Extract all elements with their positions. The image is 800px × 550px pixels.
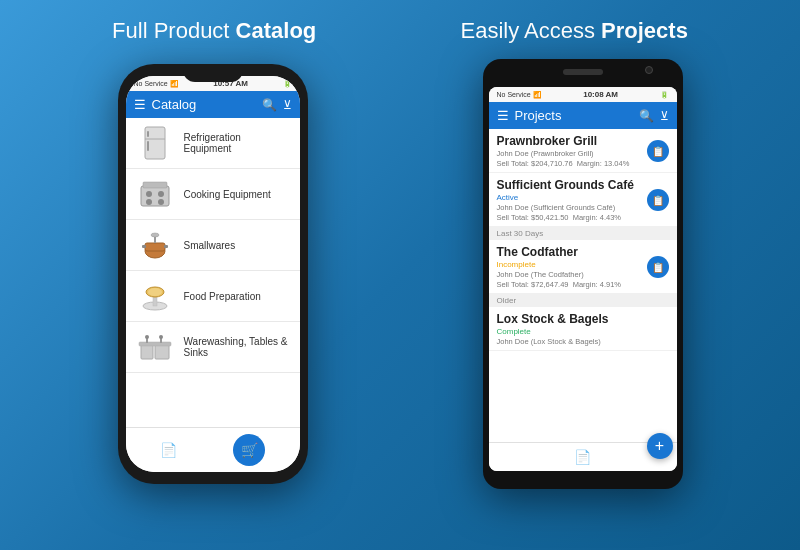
project-item-prawnbroker[interactable]: Prawnbroker Grill John Doe (Prawnbroker … xyxy=(489,129,677,173)
smallwares-label: Smallwares xyxy=(184,240,236,251)
prawnbroker-financials: Sell Total: $204,710.76 Margin: 13.04% xyxy=(497,159,643,168)
iphone-bottom-nav: 📄 🛒 xyxy=(126,427,300,472)
lox-person: John Doe (Lox Stock & Bagels) xyxy=(497,337,669,346)
header-row: Full Product Catalog Easily Access Proje… xyxy=(0,0,800,54)
svg-point-5 xyxy=(146,191,152,197)
android-camera xyxy=(645,66,653,74)
android-status-bar: No Service 📶 10:08 AM 🔋 xyxy=(489,87,677,102)
warewashing-image xyxy=(136,328,174,366)
fridge-icon xyxy=(137,125,173,161)
menu-icon[interactable]: ☰ xyxy=(134,97,146,112)
prawnbroker-person: John Doe (Prawnbroker Grill) xyxy=(497,149,643,158)
codfather-person: John Doe (The Codfather) xyxy=(497,270,643,279)
cooking-label: Cooking Equipment xyxy=(184,189,271,200)
lox-status: Complete xyxy=(497,327,669,336)
svg-point-19 xyxy=(148,288,162,296)
catalog-item-smallwares[interactable]: Smallwares xyxy=(126,220,300,271)
android-speaker xyxy=(563,69,603,75)
right-title: Easily Access Projects xyxy=(460,18,687,44)
signal-area: No Service 📶 xyxy=(134,80,179,88)
android-doc-icon[interactable]: 📄 xyxy=(574,449,591,465)
projects-title: Projects xyxy=(515,108,633,123)
stove-icon xyxy=(137,176,173,212)
android-device: No Service 📶 10:08 AM 🔋 ☰ Projects 🔍 ⊻ xyxy=(483,59,683,489)
codfather-status: Incomplete xyxy=(497,260,643,269)
svg-point-8 xyxy=(158,199,164,205)
project-item-codfather[interactable]: The Codfather Incomplete John Doe (The C… xyxy=(489,240,677,294)
iphone-notch xyxy=(183,64,243,82)
android-battery: 🔋 xyxy=(660,91,669,99)
svg-rect-4 xyxy=(141,186,169,206)
refrigeration-label: Refrigeration Equipment xyxy=(184,132,290,154)
projects-app-bar: ☰ Projects 🔍 ⊻ xyxy=(489,102,677,129)
catalog-item-warewashing[interactable]: Warewashing, Tables & Sinks xyxy=(126,322,300,373)
android-wifi-icon: 📶 xyxy=(533,91,542,99)
prawnbroker-doc-btn[interactable]: 📋 xyxy=(647,140,669,162)
refrigeration-image xyxy=(136,124,174,162)
iphone-screen: No Service 📶 10:57 AM 🔋 ☰ Catalog 🔍 ⊻ xyxy=(126,76,300,472)
sufficient-name: Sufficient Grounds Café xyxy=(497,178,643,192)
warewashing-label: Warewashing, Tables & Sinks xyxy=(184,336,290,358)
sufficient-financials: Sell Total: $50,421.50 Margin: 4.43% xyxy=(497,213,643,222)
codfather-info: The Codfather Incomplete John Doe (The C… xyxy=(497,245,643,289)
sink-icon xyxy=(137,329,173,365)
svg-point-7 xyxy=(146,199,152,205)
section-last-30-days: Last 30 Days xyxy=(489,227,677,240)
android-time: 10:08 AM xyxy=(583,90,618,99)
food-prep-image xyxy=(136,277,174,315)
filter-icon[interactable]: ⊻ xyxy=(283,98,292,112)
svg-point-15 xyxy=(151,233,159,237)
cooking-image xyxy=(136,175,174,213)
android-filter-icon[interactable]: ⊻ xyxy=(660,109,669,123)
svg-point-24 xyxy=(145,335,149,339)
cart-icon: 🛒 xyxy=(241,442,258,458)
svg-rect-11 xyxy=(145,243,165,251)
catalog-item-cooking[interactable]: Cooking Equipment xyxy=(126,169,300,220)
svg-rect-2 xyxy=(147,131,149,137)
add-fab-button[interactable]: + xyxy=(647,433,673,459)
doc-nav-icon[interactable]: 📄 xyxy=(160,442,177,458)
wifi-icon: 📶 xyxy=(170,80,179,88)
svg-rect-21 xyxy=(155,345,169,359)
codfather-doc-btn[interactable]: 📋 xyxy=(647,256,669,278)
android-signal: No Service 📶 xyxy=(497,91,542,99)
svg-rect-3 xyxy=(147,141,149,151)
food-prep-label: Food Preparation xyxy=(184,291,261,302)
sufficient-status: Active xyxy=(497,193,643,202)
svg-point-6 xyxy=(158,191,164,197)
lox-info: Lox Stock & Bagels Complete John Doe (Lo… xyxy=(497,312,669,346)
android-no-service: No Service xyxy=(497,91,531,98)
catalog-item-food-prep[interactable]: Food Preparation xyxy=(126,271,300,322)
svg-rect-22 xyxy=(139,342,171,346)
scale-icon xyxy=(137,278,173,314)
project-item-sufficient[interactable]: Sufficient Grounds Café Active John Doe … xyxy=(489,173,677,227)
battery-icon: 🔋 xyxy=(283,80,292,88)
battery-area: 🔋 xyxy=(283,80,292,88)
project-item-lox[interactable]: Lox Stock & Bagels Complete John Doe (Lo… xyxy=(489,307,677,351)
android-battery-icon: 🔋 xyxy=(660,91,669,99)
catalog-item-refrigeration[interactable]: Refrigeration Equipment xyxy=(126,118,300,169)
android-menu-icon[interactable]: ☰ xyxy=(497,108,509,123)
svg-rect-13 xyxy=(164,245,168,248)
prawnbroker-name: Prawnbroker Grill xyxy=(497,134,643,148)
right-title-bold: Projects xyxy=(601,18,688,43)
codfather-name: The Codfather xyxy=(497,245,643,259)
search-icon[interactable]: 🔍 xyxy=(262,98,277,112)
catalog-title: Catalog xyxy=(152,97,256,112)
prawnbroker-info: Prawnbroker Grill John Doe (Prawnbroker … xyxy=(497,134,643,168)
no-service-text: No Service xyxy=(134,80,168,87)
lox-name: Lox Stock & Bagels xyxy=(497,312,669,326)
catalog-app-bar: ☰ Catalog 🔍 ⊻ xyxy=(126,91,300,118)
svg-point-26 xyxy=(159,335,163,339)
catalog-list: Refrigeration Equipment C xyxy=(126,118,300,427)
android-search-icon[interactable]: 🔍 xyxy=(639,109,654,123)
iphone-device: No Service 📶 10:57 AM 🔋 ☰ Catalog 🔍 ⊻ xyxy=(118,64,308,484)
svg-rect-12 xyxy=(142,245,146,248)
codfather-financials: Sell Total: $72,647.49 Margin: 4.91% xyxy=(497,280,643,289)
sufficient-doc-btn[interactable]: 📋 xyxy=(647,189,669,211)
smallwares-image xyxy=(136,226,174,264)
sufficient-person: John Doe (Sufficient Grounds Café) xyxy=(497,203,643,212)
projects-list: Prawnbroker Grill John Doe (Prawnbroker … xyxy=(489,129,677,442)
cart-button[interactable]: 🛒 xyxy=(233,434,265,466)
android-screen: No Service 📶 10:08 AM 🔋 ☰ Projects 🔍 ⊻ xyxy=(489,87,677,471)
